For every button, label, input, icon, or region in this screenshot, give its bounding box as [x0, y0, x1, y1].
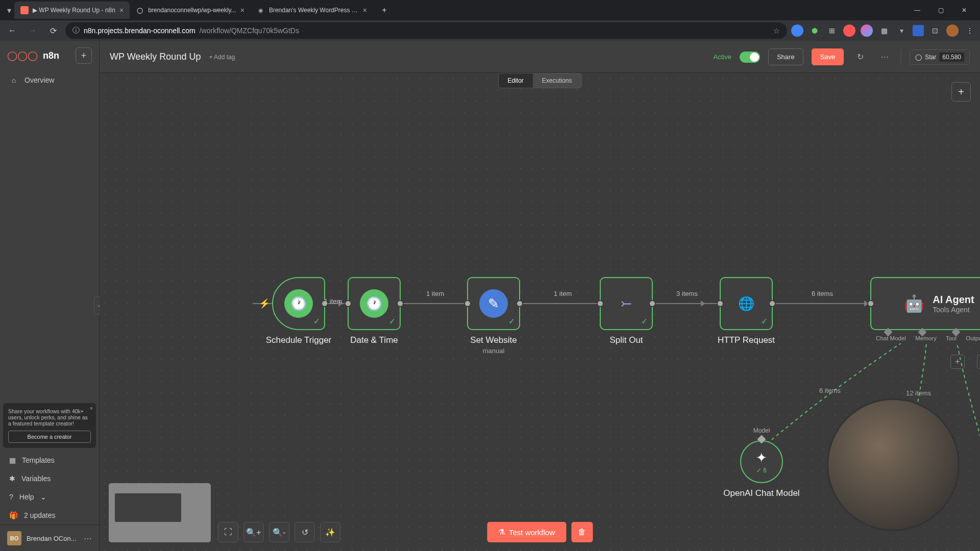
chevron-down-icon: ⌄: [40, 493, 46, 501]
url-host: n8n.projects.brendan-oconnell.com: [84, 27, 195, 35]
sidebar-item-variables[interactable]: ✱ Variables: [0, 469, 99, 488]
tab-title: ▶ WP Weekly Round Up - n8n: [33, 7, 115, 14]
window-maximize[interactable]: ▢: [929, 0, 952, 20]
more-icon[interactable]: ⋯: [84, 534, 92, 543]
star-label: Star: [925, 54, 936, 61]
new-tab-button[interactable]: +: [377, 3, 391, 17]
node-label: HTTP Request: [718, 335, 775, 345]
node-schedule-trigger[interactable]: ⚡ 🕐 ✓ Schedule Trigger: [272, 277, 325, 330]
edge-label: 1 item: [554, 290, 572, 297]
back-button[interactable]: ←: [4, 22, 20, 39]
close-icon[interactable]: ×: [363, 6, 367, 14]
minimap[interactable]: [109, 483, 211, 542]
check-icon: ✓: [313, 316, 320, 326]
node-split-out[interactable]: ⤚ ✓ Split Out: [600, 277, 653, 330]
extension-icon[interactable]: [861, 24, 873, 37]
fit-view-button[interactable]: ⛶: [218, 522, 238, 542]
address-bar[interactable]: ⓘ n8n.projects.brendan-oconnell.com/work…: [65, 22, 787, 39]
variables-icon: ✱: [9, 474, 15, 483]
agent-port-labels: Chat Model Memory Tool Output Parser: [871, 335, 980, 341]
add-workspace-button[interactable]: +: [76, 47, 92, 64]
extension-icon[interactable]: ⬢: [808, 24, 821, 37]
sidebar-item-templates[interactable]: ▦ Templates: [0, 451, 99, 469]
split-icon: ⤚: [612, 289, 641, 318]
sidebar-item-help[interactable]: ? Help ⌄: [0, 488, 99, 506]
tab-editor[interactable]: Editor: [498, 73, 532, 88]
bolt-icon: ⚡: [259, 298, 270, 309]
view-tab-switcher: Editor Executions: [498, 73, 581, 88]
tidy-button[interactable]: ✨: [320, 522, 340, 542]
run-count: ✓ 6: [756, 467, 767, 474]
close-icon[interactable]: ×: [240, 6, 244, 14]
tab-list-dropdown[interactable]: ▾: [4, 6, 14, 15]
more-menu-icon[interactable]: ⋯: [876, 49, 893, 65]
url-path: /workflow/QMZCfqu70k5wGtDs: [200, 27, 299, 35]
sub-node-openai-model[interactable]: Model ✦ ✓ 6 OpenAI Chat Model: [740, 440, 783, 483]
window-minimize[interactable]: —: [905, 0, 929, 20]
close-icon[interactable]: ×: [90, 405, 93, 411]
add-node-button[interactable]: +: [951, 82, 971, 102]
workflow-name[interactable]: WP Weekly Round Up: [110, 52, 201, 62]
test-workflow-button[interactable]: ⚗ Test workflow: [487, 522, 566, 542]
browser-menu[interactable]: ⋮: [964, 24, 976, 37]
node-label: Schedule Trigger: [266, 335, 332, 345]
workflow-canvas[interactable]: + 1 item 1 item 3 items 6 items 6 items …: [100, 73, 980, 551]
save-button[interactable]: Save: [812, 48, 844, 65]
close-icon[interactable]: ×: [119, 6, 124, 14]
tab-title: Brendan's Weekly WordPress N...: [269, 7, 359, 14]
window-close[interactable]: ✕: [952, 0, 976, 20]
node-label: Split Out: [609, 335, 643, 345]
extension-icon[interactable]: [913, 25, 924, 36]
become-creator-button[interactable]: Become a creator: [8, 431, 91, 443]
extension-icon[interactable]: ⊞: [826, 24, 838, 37]
site-info-icon[interactable]: ⓘ: [72, 26, 80, 35]
browser-tab-2[interactable]: ◉ Brendan's Weekly WordPress N... ×: [251, 2, 373, 19]
logo-icon: ◯◯◯: [7, 50, 38, 61]
logo-text: n8n: [43, 51, 59, 61]
webcam-overlay: [827, 398, 960, 531]
node-ai-agent[interactable]: 🤖 AI Agent Tools Agent ✓ Chat Model Memo…: [870, 277, 980, 330]
zoom-in-button[interactable]: 🔍+: [243, 522, 264, 542]
node-set-website[interactable]: ✎ ✓ Set Website manual: [467, 277, 520, 330]
forward-button[interactable]: →: [24, 22, 41, 39]
flask-icon: ⚗: [498, 528, 505, 537]
help-icon: ?: [9, 493, 13, 501]
add-tool-button[interactable]: +: [950, 355, 965, 369]
edge-label: 3 items: [676, 290, 698, 297]
reset-zoom-button[interactable]: ↺: [295, 522, 315, 542]
node-date-time[interactable]: 🕐 ✓ Date & Time: [348, 277, 401, 330]
clock-icon: 🕐: [284, 289, 313, 318]
user-menu[interactable]: BO Brendan OCon... ⋯: [0, 524, 99, 551]
sidebar: ◯◯◯ n8n + ⌂ Overview × Share your workfl…: [0, 41, 100, 551]
delete-button[interactable]: 🗑: [571, 522, 593, 542]
add-tag-button[interactable]: + Add tag: [209, 54, 235, 61]
active-toggle[interactable]: [740, 52, 760, 63]
github-star-button[interactable]: ◯ Star 60,580: [910, 49, 970, 65]
test-label: Test workflow: [509, 528, 555, 537]
tab-executions[interactable]: Executions: [533, 73, 581, 88]
browser-tab-1[interactable]: ◯ brendanoconnellwp/wp-weekly... ×: [130, 2, 251, 19]
add-parser-button[interactable]: +: [977, 355, 980, 369]
openai-icon: ✦: [756, 450, 767, 466]
zoom-out-button[interactable]: 🔍-: [269, 522, 289, 542]
clock-icon: 🕐: [360, 289, 388, 318]
bookmark-star-icon[interactable]: ☆: [773, 27, 780, 35]
extension-icon[interactable]: [791, 24, 803, 37]
profile-avatar[interactable]: [946, 24, 959, 37]
reload-button[interactable]: ⟳: [45, 22, 61, 39]
sidebar-item-updates[interactable]: 🎁 2 updates: [0, 506, 99, 524]
node-http-request[interactable]: 🌐 ✓ HTTP Request: [720, 277, 773, 330]
extension-icon[interactable]: ▦: [878, 24, 890, 37]
extensions-menu[interactable]: ⊡: [929, 24, 941, 37]
extension-icon[interactable]: ▾: [895, 24, 908, 37]
active-label: Active: [714, 53, 731, 61]
share-button[interactable]: Share: [768, 48, 803, 65]
extension-icon[interactable]: [843, 24, 855, 37]
sidebar-label: Templates: [22, 456, 55, 464]
browser-tab-0[interactable]: ▶ WP Weekly Round Up - n8n ×: [14, 2, 130, 19]
history-icon[interactable]: ↻: [852, 49, 868, 65]
sidebar-label: 2 updates: [24, 511, 56, 519]
sidebar-item-overview[interactable]: ⌂ Overview: [0, 70, 99, 90]
node-label: Date & Time: [350, 335, 398, 345]
templates-icon: ▦: [9, 456, 16, 464]
